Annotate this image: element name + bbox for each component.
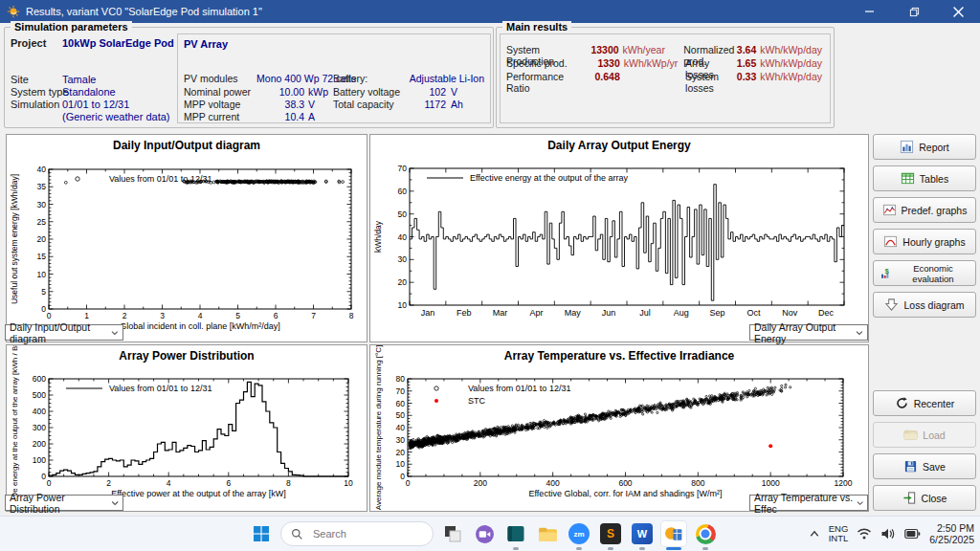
svg-text:Aug: Aug bbox=[674, 308, 689, 318]
array-temperature-chart-panel: 02004006008001000120001020304050607080Ef… bbox=[369, 344, 869, 512]
taskbar-center: zm S W bbox=[249, 517, 718, 551]
taskbar-item-chat[interactable] bbox=[472, 521, 497, 546]
predef-graphs-button[interactable]: Predef. graphs bbox=[873, 197, 976, 223]
predef-graphs-icon bbox=[882, 203, 897, 217]
hourly-graphs-button[interactable]: Hourly graphs bbox=[873, 229, 976, 254]
svg-text:Mar: Mar bbox=[493, 308, 508, 318]
taskbar-item-word[interactable]: W bbox=[630, 521, 655, 546]
svg-text:4: 4 bbox=[198, 311, 203, 320]
start-button[interactable] bbox=[249, 521, 274, 546]
recenter-button[interactable]: Recenter bbox=[873, 390, 976, 416]
svg-text:8: 8 bbox=[349, 311, 354, 320]
svg-text:600: 600 bbox=[33, 374, 46, 384]
chart-title: Daily Array Output Energy bbox=[370, 139, 868, 152]
taskbar-item-pvsyst[interactable] bbox=[661, 521, 686, 546]
taskbar-search[interactable] bbox=[280, 521, 434, 546]
svg-text:Nov: Nov bbox=[782, 308, 798, 318]
chart-selector-array-temperature[interactable]: Array Temperature vs. Effec bbox=[749, 495, 868, 511]
taskbar-item-chrome[interactable] bbox=[693, 521, 718, 546]
chart-selector-daily-io[interactable]: Daily Input/Output diagram bbox=[5, 324, 123, 341]
svg-text:0: 0 bbox=[400, 472, 405, 481]
svg-text:5: 5 bbox=[235, 311, 240, 320]
svg-text:May: May bbox=[565, 308, 582, 318]
chart-selector-daily-array-output[interactable]: Daily Array Output Energy bbox=[749, 324, 868, 341]
svg-text:800: 800 bbox=[691, 478, 704, 488]
result-row: Performance Ratio 0.648 System losses 0.… bbox=[506, 71, 822, 94]
tray-expand-chevron-icon[interactable] bbox=[809, 529, 820, 539]
svg-text:70: 70 bbox=[396, 386, 406, 396]
svg-text:30: 30 bbox=[398, 254, 408, 264]
report-button[interactable]: Report bbox=[873, 134, 976, 160]
close-dialog-button[interactable]: Close bbox=[873, 485, 976, 511]
svg-text:10: 10 bbox=[398, 300, 408, 310]
taskbar-item-sublime[interactable]: S bbox=[598, 521, 623, 546]
svg-text:10: 10 bbox=[37, 270, 47, 279]
svg-text:30: 30 bbox=[396, 435, 406, 445]
search-input[interactable] bbox=[311, 527, 420, 540]
chart-selector-array-power[interactable]: Array Power Distribution bbox=[5, 495, 123, 511]
svg-text:7: 7 bbox=[311, 311, 316, 320]
svg-text:4: 4 bbox=[167, 478, 171, 488]
volume-icon[interactable] bbox=[880, 527, 896, 540]
chat-video-icon bbox=[475, 524, 495, 544]
taskbar-item-file-explorer[interactable] bbox=[535, 521, 560, 546]
svg-text:0: 0 bbox=[41, 304, 46, 314]
groupbox-caption: Simulation parameters bbox=[11, 21, 132, 33]
taskbar-item-zoom[interactable]: zm bbox=[567, 521, 591, 546]
svg-text:60: 60 bbox=[396, 399, 406, 408]
wifi-icon[interactable] bbox=[857, 527, 872, 540]
simulation-note: (Generic weather data) bbox=[62, 111, 170, 122]
chevron-down-icon bbox=[111, 329, 119, 337]
array-power-distribution-chart: 02468100100200300400500600Effective powe… bbox=[7, 345, 367, 511]
taskbar-tray: ENG INTL 2:50 PM 6/25/2025 bbox=[809, 517, 974, 551]
hourly-graphs-icon bbox=[883, 234, 898, 249]
system-type-label: System type bbox=[11, 86, 69, 98]
array-temperature-chart: 02004006008001000120001020304050607080Ef… bbox=[370, 345, 868, 511]
daily-io-chart-panel: 0123456780510152025303540Global incident… bbox=[6, 134, 368, 342]
chevron-down-icon bbox=[111, 499, 119, 507]
svg-text:Jan: Jan bbox=[421, 308, 435, 318]
taskview-icon bbox=[443, 524, 462, 543]
minimize-button[interactable] bbox=[848, 0, 892, 23]
folder-icon bbox=[538, 524, 558, 544]
chevron-down-icon bbox=[856, 329, 863, 337]
svg-text:0: 0 bbox=[47, 311, 52, 320]
svg-text:25: 25 bbox=[37, 217, 47, 227]
daily-io-chart: 0123456780510152025303540Global incident… bbox=[7, 135, 367, 342]
loss-diagram-icon bbox=[884, 298, 899, 312]
system-type-value: Standalone bbox=[62, 86, 116, 98]
pv-row: MPP current 10.4 A bbox=[184, 111, 337, 122]
language-indicator[interactable]: ENG INTL bbox=[829, 524, 849, 543]
tables-button[interactable]: Tables bbox=[873, 165, 976, 191]
economic-evaluation-button[interactable]: $ Economic evaluation bbox=[873, 260, 976, 286]
svg-text:STC: STC bbox=[468, 396, 486, 406]
svg-text:0: 0 bbox=[41, 472, 46, 481]
svg-text:Values from 01/01 to 12/31: Values from 01/01 to 12/31 bbox=[109, 384, 212, 393]
loss-diagram-button[interactable]: Loss diagram bbox=[873, 292, 976, 318]
svg-text:Oct: Oct bbox=[746, 308, 761, 318]
svg-text:1200: 1200 bbox=[835, 478, 853, 488]
chart-title: Daily Input/Output diagram bbox=[7, 139, 367, 152]
svg-text:10: 10 bbox=[344, 478, 353, 488]
save-button[interactable]: Save bbox=[873, 453, 976, 479]
clock[interactable]: 2:50 PM 6/25/2025 bbox=[929, 522, 974, 546]
close-button[interactable] bbox=[936, 0, 980, 23]
svg-text:50: 50 bbox=[396, 410, 406, 420]
battery-icon[interactable] bbox=[904, 528, 921, 540]
terminal-icon bbox=[506, 524, 525, 543]
restore-button[interactable] bbox=[892, 0, 936, 23]
svg-text:20: 20 bbox=[37, 234, 47, 244]
svg-text:400: 400 bbox=[546, 478, 560, 488]
pv-array-caption: PV Array bbox=[184, 38, 228, 50]
load-button[interactable]: Load bbox=[873, 422, 976, 448]
svg-text:600: 600 bbox=[618, 478, 632, 488]
svg-text:5: 5 bbox=[41, 287, 46, 297]
taskbar-item-taskview[interactable] bbox=[440, 521, 465, 546]
daily-array-output-chart-panel: 10203040506070JanFebMarAprMayJunJulAugSe… bbox=[369, 134, 869, 342]
svg-text:Global incident in coll. plane: Global incident in coll. plane [kWh/m²/d… bbox=[120, 321, 280, 331]
taskbar-item-terminal[interactable] bbox=[503, 521, 528, 546]
groupbox-caption: Main results bbox=[502, 21, 571, 33]
svg-text:Jul: Jul bbox=[639, 308, 651, 318]
svg-text:Effective energy at the output: Effective energy at the output of the ar… bbox=[470, 173, 628, 183]
windows-logo-icon bbox=[253, 525, 270, 542]
